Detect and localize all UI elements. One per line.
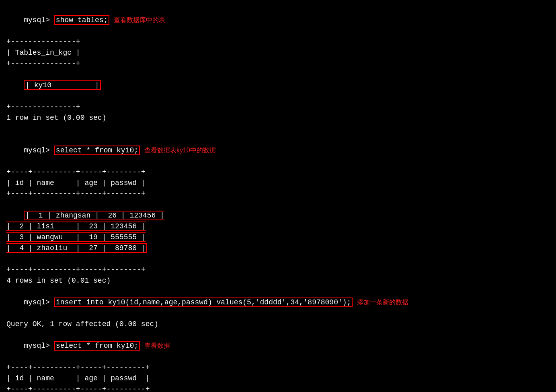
terminal-output: mysql> show tables; 查看数据库中的表 +----------… bbox=[6, 4, 550, 392]
sep-5: +----+----------+-----+--------+ bbox=[6, 189, 550, 199]
sep-6: +----+----------+-----+--------+ bbox=[6, 265, 550, 275]
annotation-4: 查看数据 bbox=[144, 342, 170, 349]
cmd-line-2: mysql> select * from ky10; 查看数据表ky10中的数据 bbox=[6, 134, 550, 167]
cmd-4: select * from ky10; bbox=[54, 341, 140, 351]
annotation-3: 添加一条新的数据 bbox=[357, 299, 408, 306]
cmd-1: show tables; bbox=[54, 15, 110, 25]
prompt-1: mysql> bbox=[24, 16, 54, 24]
sep-4: +----+----------+-----+--------+ bbox=[6, 167, 550, 178]
result-1: 1 row in set (0.00 sec) bbox=[6, 113, 550, 123]
sep-7: +----+----------+-----+---------+ bbox=[6, 362, 550, 373]
annotation-1 bbox=[109, 16, 114, 24]
sep-1: +---------------+ bbox=[6, 37, 550, 47]
sep-2: +---------------+ bbox=[6, 58, 550, 69]
prompt-4: mysql> bbox=[24, 342, 54, 350]
cmd-line-1: mysql> show tables; 查看数据库中的表 bbox=[6, 4, 550, 37]
annotation-2: 查看数据表ky10中的数据 bbox=[144, 147, 216, 154]
cmd-line-3: mysql> insert into ky10(id,name,age,pass… bbox=[6, 286, 550, 319]
sep-8: +----+----------+-----+---------+ bbox=[6, 384, 550, 392]
space-3 bbox=[353, 298, 357, 306]
ky10-box: | ky10 | bbox=[24, 80, 101, 90]
cmd-2: select * from ky10; bbox=[54, 146, 140, 155]
data-row-1: | 1 | zhangsan | 26 | 123456 | | 2 | lis… bbox=[6, 199, 550, 265]
header-2: | id | name | age | passwd | bbox=[6, 178, 550, 189]
prompt-2: mysql> bbox=[24, 146, 54, 154]
sep-3: +---------------+ bbox=[6, 102, 550, 113]
space-2 bbox=[140, 146, 144, 154]
result-2: 4 rows in set (0.01 sec) bbox=[6, 275, 550, 286]
blank-1 bbox=[6, 123, 550, 134]
header-1: | Tables_in_kgc | bbox=[6, 47, 550, 58]
row-1-box: | 1 | zhangsan | 26 | 123456 | | 2 | lis… bbox=[6, 211, 164, 253]
header-3: | id | name | age | passwd | bbox=[6, 373, 550, 384]
annotation-text-1: 查看数据库中的表 bbox=[114, 16, 165, 23]
space-4 bbox=[140, 342, 144, 350]
row-ky10: | ky10 | bbox=[6, 69, 550, 102]
cmd-line-4: mysql> select * from ky10; 查看数据 bbox=[6, 330, 550, 362]
cmd-3: insert into ky10(id,name,age,passwd) val… bbox=[54, 298, 353, 307]
query-ok: Query OK, 1 row affected (0.00 sec) bbox=[6, 319, 550, 330]
prompt-3: mysql> bbox=[24, 298, 54, 306]
